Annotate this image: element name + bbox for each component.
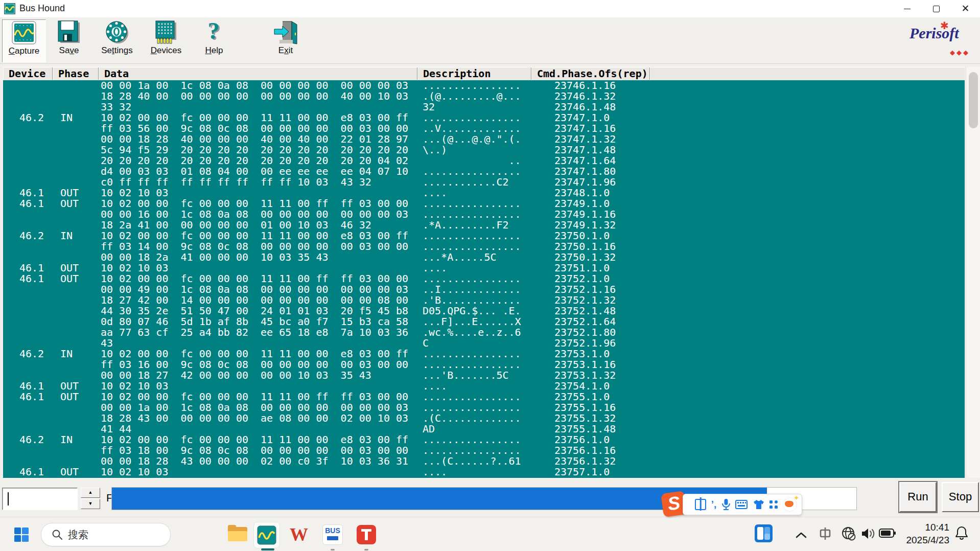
- table-row[interactable]: 00 00 49 00 1c 08 0a 08 00 00 00 00 00 0…: [3, 284, 965, 295]
- close-button[interactable]: ✕: [951, 0, 980, 17]
- column-header-device[interactable]: Device: [3, 67, 53, 80]
- column-header-filler: [650, 67, 965, 80]
- table-row[interactable]: 46.1 OUT 10 02 00 00 fc 00 00 00 11 11 0…: [3, 198, 965, 209]
- devices-button-label: Devices: [144, 45, 188, 56]
- table-row[interactable]: 0d 80 07 46 5d 1b af 8b 45 bc a0 f7 15 b…: [3, 316, 965, 327]
- speaker-icon[interactable]: [860, 526, 876, 541]
- vertical-scrollbar[interactable]: [966, 67, 980, 478]
- ic-chip-icon: [153, 20, 179, 45]
- menu-grid-icon[interactable]: [769, 500, 778, 509]
- find-spinner: ▲ ▼: [81, 488, 100, 509]
- table-row[interactable]: 20 20 20 20 20 20 20 20 20 20 20 20 20 2…: [3, 155, 965, 166]
- table-row[interactable]: 18 27 42 00 14 00 00 00 00 00 00 00 00 0…: [3, 295, 965, 306]
- column-header-description[interactable]: Description: [417, 67, 531, 80]
- table-row[interactable]: 46.2 IN 10 02 00 00 fc 00 00 00 11 11 00…: [3, 231, 965, 241]
- settings-button[interactable]: Settings: [95, 19, 139, 61]
- spinner-down-button[interactable]: ▼: [81, 499, 100, 509]
- table-row[interactable]: c0 ff ff ff ff ff ff ff ff ff 10 03 43 3…: [3, 177, 965, 188]
- table-row[interactable]: 00 00 18 28 43 00 00 00 02 00 c0 3f 10 0…: [3, 456, 965, 467]
- perisoft-logo-text: Perisoft: [909, 25, 959, 41]
- table-row[interactable]: ff 03 14 00 9c 08 0c 08 00 00 00 00 00 0…: [3, 241, 965, 252]
- table-row[interactable]: 00 00 18 28 40 00 00 00 40 00 40 00 22 0…: [3, 134, 965, 145]
- capture-data-list[interactable]: 00 00 1a 00 1c 08 0a 08 00 00 00 00 00 0…: [3, 80, 965, 478]
- table-row[interactable]: aa 77 63 cf 25 a4 bb 82 ee 65 18 e8 7a 1…: [3, 327, 965, 338]
- emoji-icon[interactable]: ✦: [783, 497, 797, 512]
- row-hex-data: 00 00 18 27 42 00 00 00 00 00 10 03 35 4…: [101, 370, 371, 381]
- table-row[interactable]: 00 00 18 27 42 00 00 00 00 00 10 03 35 4…: [3, 370, 965, 381]
- row-hex-data: 10 02 00 00 fc 00 00 00 11 11 00 00 e8 0…: [101, 112, 408, 123]
- taskbar-wps-icon[interactable]: W: [286, 522, 312, 547]
- exit-door-icon: [272, 20, 299, 45]
- stop-button[interactable]: Stop: [942, 482, 979, 512]
- table-row[interactable]: 46.1 OUT 10 02 00 00 fc 00 00 00 11 11 0…: [3, 392, 965, 402]
- table-row[interactable]: 46.1 OUT 10 02 10 03 .... 23757.1.0: [3, 467, 965, 477]
- globe-no-internet-icon[interactable]: [841, 525, 857, 542]
- exit-button[interactable]: Exit: [264, 19, 308, 61]
- table-row[interactable]: ff 03 16 00 9c 08 0c 08 00 00 00 00 00 0…: [3, 359, 965, 370]
- taskbar-file-explorer-icon[interactable]: [225, 522, 250, 547]
- table-row[interactable]: 46.2 IN 10 02 00 00 fc 00 00 00 11 11 00…: [3, 112, 965, 123]
- taskbar-bus-hound-icon[interactable]: [253, 522, 280, 548]
- column-header-phase[interactable]: Phase: [53, 67, 99, 80]
- capture-button[interactable]: Capture: [2, 19, 46, 62]
- skin-icon[interactable]: [753, 499, 765, 510]
- ime-zh-icon[interactable]: [818, 526, 833, 541]
- table-row[interactable]: 00 00 1a 00 1c 08 0a 08 00 00 00 00 00 0…: [3, 402, 965, 413]
- row-hex-data: 43: [101, 338, 113, 349]
- table-row[interactable]: 18 2a 41 00 00 00 00 00 01 00 10 03 46 3…: [3, 220, 965, 231]
- microphone-icon[interactable]: [721, 498, 731, 511]
- battery-icon[interactable]: [879, 527, 896, 539]
- row-hex-data: 5c 94 f5 29 20 20 20 20 20 20 20 20 20 2…: [101, 145, 408, 155]
- spinner-up-button[interactable]: ▲: [81, 488, 100, 498]
- taskbar-red-app-icon[interactable]: [354, 522, 379, 547]
- help-button[interactable]: ? ? Help: [195, 19, 233, 61]
- soft-keyboard-icon[interactable]: [735, 500, 748, 509]
- table-row[interactable]: 00 00 1a 00 1c 08 0a 08 00 00 00 00 00 0…: [3, 80, 965, 91]
- row-hex-data: c0 ff ff ff ff ff ff ff ff ff 10 03 43 3…: [101, 177, 371, 188]
- table-row[interactable]: 46.2 IN 10 02 00 00 fc 00 00 00 11 11 00…: [3, 349, 965, 359]
- table-row[interactable]: 00 00 16 00 1c 08 0a 08 00 00 00 00 00 0…: [3, 209, 965, 220]
- chip-dial-icon: [104, 20, 130, 45]
- table-row[interactable]: 00 00 18 2a 41 00 00 00 10 03 35 43 ...*…: [3, 252, 965, 263]
- run-button[interactable]: Run: [899, 482, 937, 512]
- table-row[interactable]: ff 03 18 00 9c 08 0c 08 00 00 00 00 00 0…: [3, 445, 965, 456]
- table-row[interactable]: 33 32 32 23746.1.48: [3, 102, 965, 112]
- taskbar-bus-tool-icon[interactable]: BUS: [320, 522, 345, 547]
- table-row[interactable]: 46.1 OUT 10 02 10 03 .... 23751.1.0: [3, 263, 965, 273]
- table-row[interactable]: 18 28 40 00 00 00 00 00 00 00 00 00 40 0…: [3, 91, 965, 102]
- save-button[interactable]: Save: [49, 19, 89, 61]
- table-row[interactable]: 46.1 OUT 10 02 10 03 .... 23748.1.0: [3, 188, 965, 198]
- scrollbar-thumb[interactable]: [969, 72, 978, 128]
- bell-icon[interactable]: [954, 525, 969, 541]
- chevron-up-icon[interactable]: [795, 532, 807, 539]
- row-cmd-phase-ofs: 23756.1.0: [554, 434, 610, 445]
- active-app-indicator: [261, 548, 274, 550]
- column-header-cmd-phase-ofs[interactable]: Cmd.Phase.Ofs(rep): [531, 67, 650, 80]
- table-row[interactable]: 43 C 23752.1.96: [3, 338, 965, 349]
- ime-tool-strip: ’, ✦: [683, 494, 802, 515]
- table-row[interactable]: d4 00 03 03 01 08 04 00 00 ee ee ee ee 0…: [3, 166, 965, 177]
- table-row[interactable]: 46.1 OUT 10 02 10 03 .... 23754.1.0: [3, 381, 965, 392]
- row-hex-data: 10 02 00 00 fc 00 00 00 11 11 00 00 e8 0…: [101, 434, 408, 445]
- start-button-icon[interactable]: [14, 527, 29, 542]
- minimize-button[interactable]: [893, 0, 922, 17]
- maximize-button[interactable]: [922, 0, 951, 17]
- row-cmd-phase-ofs: 23752.1.96: [554, 338, 616, 349]
- table-row[interactable]: 44 30 35 2e 51 50 47 00 24 01 01 03 20 f…: [3, 306, 965, 316]
- table-row[interactable]: 46.1 OUT 10 02 00 00 fc 00 00 00 11 11 0…: [3, 273, 965, 284]
- find-input[interactable]: [2, 488, 78, 510]
- table-row[interactable]: 46.2 IN 10 02 00 00 fc 00 00 00 11 11 00…: [3, 434, 965, 445]
- table-row[interactable]: 18 28 43 00 00 00 00 00 ae 08 00 00 02 0…: [3, 413, 965, 424]
- table-row[interactable]: 41 44 AD 23755.1.48: [3, 424, 965, 434]
- find-bar: ▲ ▼ Find Run Stop: [0, 480, 980, 516]
- column-header-data[interactable]: Data: [99, 67, 417, 80]
- chinese-mode-icon[interactable]: [695, 499, 706, 510]
- table-row[interactable]: ff 03 56 00 9c 08 0c 08 00 00 00 00 00 0…: [3, 123, 965, 134]
- taskbar-clock[interactable]: 10:41 2025/4/23: [900, 521, 949, 546]
- punctuation-icon[interactable]: ’,: [711, 494, 717, 515]
- table-row[interactable]: 5c 94 f5 29 20 20 20 20 20 20 20 20 20 2…: [3, 145, 965, 155]
- widgets-icon[interactable]: [755, 524, 773, 542]
- taskbar-search[interactable]: 搜索: [41, 523, 171, 546]
- running-app-indicator: [364, 549, 368, 550]
- devices-button[interactable]: Devices: [144, 19, 188, 61]
